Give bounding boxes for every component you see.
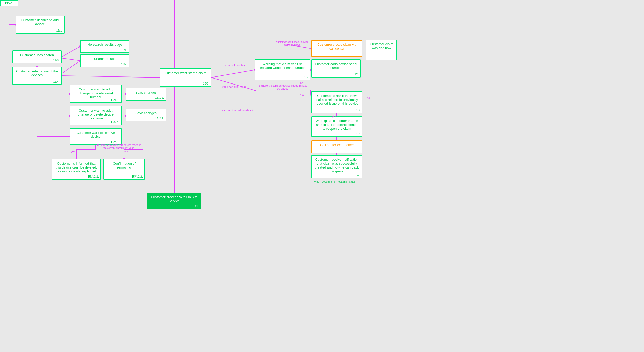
node-customer-want-start-claim: Customer want start a claim 15/3. [160,68,211,87]
node-customer-claim-was: Customer claim was and how [366,40,397,60]
label-valid-serial: valid serial number [222,85,246,88]
svg-line-11 [62,61,80,74]
svg-line-36 [211,70,255,78]
label-no-enrollment: no [124,150,128,153]
flowchart-canvas: 14/2.4. Customer decides to add device 1… [0,0,644,352]
label-no-related: no [367,96,370,100]
node-customer-informed: Customer is informed that this device ca… [52,159,101,180]
label-incorrect-serial: incorrect serial number ? [222,109,253,112]
node-customer-selects: Customer selects one of the devices 11/4… [12,67,62,85]
label-yes-enrollment: yes [71,150,75,153]
label-cant-check-serial: customer can't check device serial numbe… [274,41,310,46]
node-call-center-exp: Call center experience [311,140,362,153]
label-yes-related: yes [332,114,336,118]
badge-14: 14/2.4. [0,0,18,6]
node-save-changes-2: Save changes 15/2.2. [126,109,166,121]
node-warning-no-serial: Warning that claim can't be initiated wi… [255,59,310,80]
label-notif-note: // no "reopened" or "reattend" status [314,180,355,183]
node-customer-proceed: Customer proceed with On Site Service 27… [147,193,201,209]
label-no-90-days: no [300,81,303,85]
node-customer-ask-related: Customer is ask if the new claim is rela… [311,91,362,113]
node-customer-decides: Customer decides to add device 11/1. [16,16,65,34]
node-confirmation-removing: Confirmation of removing 15/4.2/2. [103,159,145,180]
node-customer-uses-search: Customer uses search 11/3. [12,50,62,63]
svg-line-13 [62,76,160,78]
label-no-serial-number: no serial number [224,64,245,67]
label-is-enrollment-year: Is there a claim for this device made in… [95,144,143,149]
svg-line-7 [62,58,80,61]
node-customer-want-add-serial: Customer want to add, change or delete s… [70,85,122,103]
svg-line-5 [62,47,80,57]
node-customer-adds-serial: Customer adds device serial number 17. [311,59,361,78]
node-customer-want-remove: Customer want to remove device 15/4.1. [70,128,122,145]
node-search-results: Search results 12/2. [80,54,129,67]
node-customer-create-claim: Customer create claim via call center [311,40,362,57]
label-yes-90-days: yes [300,93,304,96]
svg-line-38 [211,78,255,90]
node-no-search-results: No search results page 12/1. [80,40,129,53]
node-customer-want-add-nickname: Customer want to add, change or delete d… [70,106,122,125]
node-customer-receive-notif: Customer receive notification that claim… [311,155,362,178]
node-we-explain-customer: We explain customer that he should call … [311,116,362,137]
node-save-changes-1: Save changes 15/1.2. [126,88,166,101]
